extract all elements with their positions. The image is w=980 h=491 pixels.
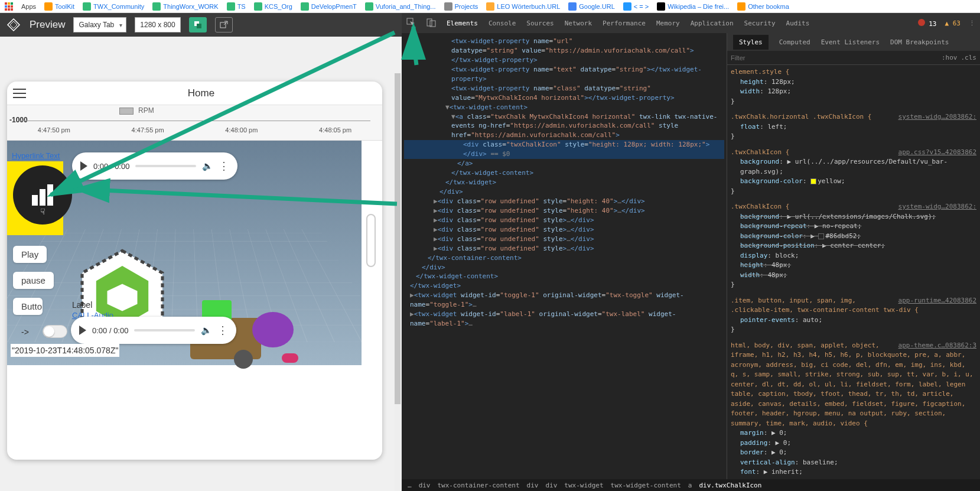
hyperlink-text[interactable]: Hyperlink Text xyxy=(12,151,60,160)
dom-line[interactable]: ▶<div class="row undefined" style>…</div… xyxy=(404,225,724,235)
breadcrumb-item[interactable]: twx-container-content xyxy=(438,482,520,489)
dom-line[interactable]: </div> xyxy=(404,263,724,272)
toggle-switch[interactable] xyxy=(43,325,67,338)
breadcrumb-item[interactable]: a xyxy=(688,482,692,489)
dom-line[interactable]: ▶<div class="row undefined" style>…</div… xyxy=(404,244,724,253)
styles-filter-input[interactable] xyxy=(731,54,938,61)
styles-tab[interactable]: Computed xyxy=(779,38,810,46)
css-rule[interactable]: app-theme.c…083862:3html, body, div, spa… xyxy=(731,341,976,480)
styles-tab[interactable]: Event Listeners xyxy=(821,38,880,46)
bookmark-item[interactable]: Projects xyxy=(444,2,478,11)
devtools-tab[interactable]: Sources xyxy=(526,19,554,27)
bookmark-item[interactable]: TWX_Community xyxy=(83,2,144,11)
dom-line[interactable]: <twx-widget-property name="text" datatyp… xyxy=(404,65,724,84)
breadcrumb-item[interactable]: div xyxy=(545,482,557,489)
dom-line[interactable]: </div> xyxy=(404,187,724,197)
dom-line[interactable]: ▶<div class="row undefined" style>…</div… xyxy=(404,216,724,225)
dom-line[interactable]: ▶<div class="row undefined" style="heigh… xyxy=(404,206,724,216)
error-badge-icon[interactable] xyxy=(918,19,925,26)
dom-line[interactable]: ▶<div class="row undefined" style>…</div… xyxy=(404,235,724,244)
css-rule[interactable]: app-runtime…42083862.item, button, input… xyxy=(731,296,976,335)
inspect-element-icon[interactable] xyxy=(406,18,416,29)
volume-icon[interactable]: 🔈 xyxy=(202,161,213,171)
dom-line[interactable]: </twx-widget-property> xyxy=(404,56,724,65)
volume-icon[interactable]: 🔈 xyxy=(201,325,211,336)
breadcrumb-item[interactable]: div.twxChalkIcon xyxy=(699,482,761,489)
bookmark-item[interactable]: ThingWorx_WORK xyxy=(152,2,218,11)
dom-line[interactable]: </twx-widget> xyxy=(404,178,724,187)
devtools-tab[interactable]: Application xyxy=(691,19,734,27)
dom-line[interactable]: <div class="twxChalkIcon" style="height:… xyxy=(404,140,724,159)
devtools-tab[interactable]: Security xyxy=(744,19,776,27)
bookmark-item[interactable]: KCS_Org xyxy=(254,2,292,11)
devtools-tab[interactable]: Audits xyxy=(786,19,810,27)
devtools-tab[interactable]: Performance xyxy=(603,19,646,27)
device-home-button[interactable] xyxy=(366,214,376,267)
audio-track[interactable] xyxy=(135,165,196,167)
bookmark-item[interactable]: DeVelopPmenT xyxy=(301,2,357,11)
dom-line[interactable]: </twx-widget-content> xyxy=(404,168,724,178)
dom-line[interactable]: </twx-container-content> xyxy=(404,253,724,263)
breadcrumb-item[interactable]: twx-widget xyxy=(564,482,603,489)
styles-tab[interactable]: DOM Breakpoints xyxy=(890,38,949,46)
breadcrumb-item[interactable]: div xyxy=(527,482,539,489)
audio-player-2[interactable]: 0:00 / 0:00 🔈 ⋮ xyxy=(71,317,236,344)
play-icon[interactable] xyxy=(80,161,87,171)
apps-label[interactable]: Apps xyxy=(21,3,36,10)
play-button[interactable]: Play xyxy=(13,246,47,263)
dom-line[interactable]: <twx-widget-property name="class" dataty… xyxy=(404,84,724,103)
styles-tab[interactable]: Styles xyxy=(733,35,769,50)
audio-more-icon[interactable]: ⋮ xyxy=(217,324,228,337)
breadcrumb-item[interactable]: twx-widget-content xyxy=(611,482,681,489)
devtools-tab[interactable]: Elements xyxy=(447,19,478,27)
audio-track[interactable] xyxy=(134,329,195,331)
cls-toggle[interactable]: .cls xyxy=(961,54,977,61)
breadcrumb-item[interactable]: … xyxy=(408,482,412,489)
play-icon[interactable] xyxy=(79,326,86,335)
bookmark-item[interactable]: Google.URL xyxy=(568,2,615,11)
bookmark-item[interactable]: LEO Wörterbuch.URL xyxy=(486,2,560,11)
bookmark-item[interactable]: Vuforia_and_Thing... xyxy=(365,2,436,11)
dom-line[interactable]: </twx-widget> xyxy=(404,281,724,291)
dom-line[interactable]: ▶<twx-widget widget-id="label-1" origina… xyxy=(404,310,724,329)
refresh-button[interactable] xyxy=(189,17,207,32)
dom-tree-panel[interactable]: <twx-widget-property name="url"datatype=… xyxy=(402,33,727,479)
audio-more-icon[interactable]: ⋮ xyxy=(219,160,229,173)
warning-badge-icon[interactable]: ▲ xyxy=(945,19,949,27)
chalk-icon-button[interactable]: ☟ xyxy=(13,165,72,225)
bookmark-item[interactable]: < = > xyxy=(623,2,649,11)
dom-line[interactable]: <twx-widget-property name="url" xyxy=(404,37,724,46)
dom-line[interactable]: ▼<a class="twxChalk MytwxChalkIcon4 hori… xyxy=(404,112,724,141)
breadcrumb-item[interactable]: div xyxy=(419,482,431,489)
bookmark-item[interactable]: Other bookma xyxy=(737,2,789,11)
dom-line[interactable]: ▶<twx-widget widget-id="toggle-1" origin… xyxy=(404,291,724,310)
button-widget[interactable]: Butto xyxy=(13,298,43,315)
dom-line[interactable]: </a> xyxy=(404,159,724,168)
css-rule[interactable]: app.css?v15…42083862.twxChalkIcon {backg… xyxy=(731,148,976,197)
vertical-scrollbar[interactable] xyxy=(395,73,401,491)
css-rule[interactable]: system-widg…2083862:.twxChalk.horizontal… xyxy=(731,112,976,142)
dom-line[interactable]: </twx-widget-content> xyxy=(404,272,724,281)
devtools-tab[interactable]: Network xyxy=(565,19,592,27)
device-toggle-icon[interactable] xyxy=(426,18,436,29)
bookmark-item[interactable]: ToolKit xyxy=(44,2,74,11)
dom-line[interactable]: ▶<div class="row undefined" style="heigh… xyxy=(404,197,724,206)
devtools-tab[interactable]: Console xyxy=(489,19,516,27)
hov-toggle[interactable]: :hov xyxy=(942,54,958,61)
popout-button[interactable] xyxy=(215,17,233,32)
dom-line[interactable]: datatype="string" value="https://admin.v… xyxy=(404,46,724,56)
apps-grid-icon[interactable] xyxy=(5,2,13,11)
css-rules-list[interactable]: element.style {height: 128px;width: 128p… xyxy=(727,65,980,479)
css-rule[interactable]: system-widg…2083862:.twxChalkIcon {backg… xyxy=(731,202,976,290)
bookmark-item[interactable]: TS xyxy=(227,2,246,11)
dom-line[interactable]: ▼<twx-widget-content> xyxy=(404,103,724,112)
audio-player-1[interactable]: 0:00 / 0:00 🔈 ⋮ xyxy=(72,152,237,180)
hamburger-icon[interactable] xyxy=(13,89,26,98)
dom-breadcrumbs[interactable]: …divtwx-container-contentdivdivtwx-widge… xyxy=(402,479,980,491)
bookmark-item[interactable]: Wikipedia – Die frei... xyxy=(657,2,729,11)
devtools-more-icon[interactable]: ⋮ xyxy=(969,19,975,27)
css-rule[interactable]: element.style {height: 128px;width: 128p… xyxy=(731,67,976,106)
device-select[interactable]: Galaxy Tab xyxy=(73,17,126,32)
devtools-tab[interactable]: Memory xyxy=(656,19,680,27)
pause-button[interactable]: pause xyxy=(13,272,54,289)
